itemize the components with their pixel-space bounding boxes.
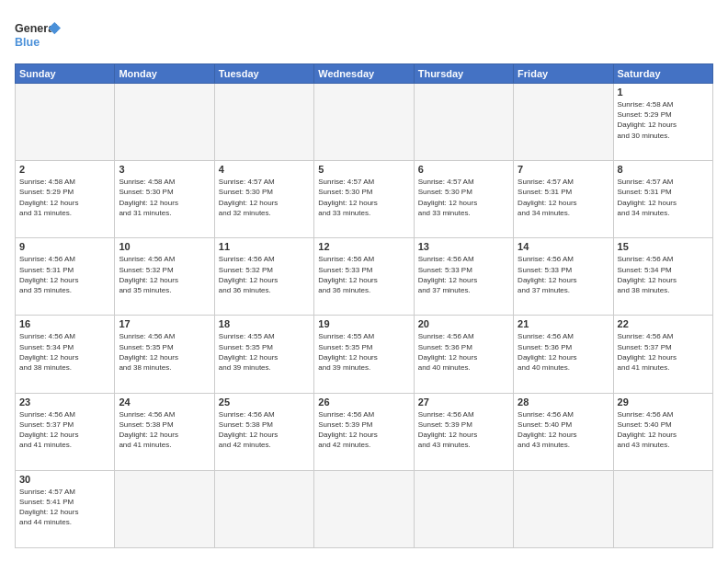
calendar-week-row: 23Sunrise: 4:56 AMSunset: 5:37 PMDayligh… <box>16 393 713 470</box>
calendar-day-cell: 3Sunrise: 4:58 AMSunset: 5:30 PMDaylight… <box>115 161 214 238</box>
day-number: 5 <box>318 164 409 175</box>
day-number: 19 <box>318 318 409 329</box>
calendar-day-cell: 29Sunrise: 4:56 AMSunset: 5:40 PMDayligh… <box>613 393 712 470</box>
logo-svg: General Blue <box>15 15 61 56</box>
day-number: 8 <box>618 164 709 175</box>
svg-text:Blue: Blue <box>15 36 40 49</box>
day-number: 9 <box>19 241 110 252</box>
calendar-day-cell: 26Sunrise: 4:56 AMSunset: 5:39 PMDayligh… <box>314 393 414 470</box>
weekday-wednesday: Wednesday <box>314 64 414 84</box>
day-info: Sunrise: 4:57 AMSunset: 5:41 PMDaylight:… <box>19 487 110 528</box>
calendar-day-cell: 15Sunrise: 4:56 AMSunset: 5:34 PMDayligh… <box>613 238 712 316</box>
day-info: Sunrise: 4:56 AMSunset: 5:34 PMDaylight:… <box>618 254 709 295</box>
day-number: 2 <box>19 164 110 175</box>
day-info: Sunrise: 4:56 AMSunset: 5:38 PMDaylight:… <box>219 409 310 451</box>
calendar-day-cell: 7Sunrise: 4:57 AMSunset: 5:31 PMDaylight… <box>514 161 613 238</box>
calendar-week-row: 1Sunrise: 4:58 AMSunset: 5:29 PMDaylight… <box>16 84 713 161</box>
weekday-tuesday: Tuesday <box>214 64 313 84</box>
day-number: 10 <box>119 241 210 252</box>
calendar-day-cell: 23Sunrise: 4:56 AMSunset: 5:37 PMDayligh… <box>16 393 115 470</box>
page: General Blue SundayMondayTuesdayWednesda… <box>0 0 728 563</box>
calendar-day-cell: 28Sunrise: 4:56 AMSunset: 5:40 PMDayligh… <box>514 393 613 470</box>
calendar-day-cell: 12Sunrise: 4:56 AMSunset: 5:33 PMDayligh… <box>314 238 414 316</box>
day-info: Sunrise: 4:56 AMSunset: 5:37 PMDaylight:… <box>618 331 709 373</box>
calendar-day-cell: 24Sunrise: 4:56 AMSunset: 5:38 PMDayligh… <box>115 393 214 470</box>
day-number: 26 <box>318 396 409 408</box>
weekday-saturday: Saturday <box>613 64 712 84</box>
day-number: 24 <box>119 396 210 408</box>
weekday-sunday: Sunday <box>16 64 115 84</box>
day-number: 7 <box>518 164 609 175</box>
calendar-day-cell <box>115 470 214 547</box>
day-info: Sunrise: 4:56 AMSunset: 5:40 PMDaylight:… <box>518 409 609 451</box>
calendar-day-cell <box>16 84 115 161</box>
calendar-day-cell: 27Sunrise: 4:56 AMSunset: 5:39 PMDayligh… <box>414 393 513 470</box>
calendar-day-cell <box>514 470 613 547</box>
day-info: Sunrise: 4:56 AMSunset: 5:39 PMDaylight:… <box>418 409 509 451</box>
day-info: Sunrise: 4:55 AMSunset: 5:35 PMDaylight:… <box>318 331 409 373</box>
day-info: Sunrise: 4:57 AMSunset: 5:30 PMDaylight:… <box>418 177 509 218</box>
day-number: 22 <box>618 318 709 329</box>
day-info: Sunrise: 4:57 AMSunset: 5:31 PMDaylight:… <box>618 177 709 218</box>
day-number: 3 <box>119 164 210 175</box>
day-number: 11 <box>219 241 310 252</box>
calendar-day-cell: 8Sunrise: 4:57 AMSunset: 5:31 PMDaylight… <box>613 161 712 238</box>
day-info: Sunrise: 4:57 AMSunset: 5:30 PMDaylight:… <box>219 177 310 218</box>
calendar-day-cell: 22Sunrise: 4:56 AMSunset: 5:37 PMDayligh… <box>613 316 712 393</box>
calendar-day-cell: 6Sunrise: 4:57 AMSunset: 5:30 PMDaylight… <box>414 161 513 238</box>
day-info: Sunrise: 4:56 AMSunset: 5:34 PMDaylight:… <box>19 331 110 373</box>
day-number: 27 <box>418 396 509 408</box>
day-number: 12 <box>318 241 409 252</box>
weekday-monday: Monday <box>115 64 214 84</box>
calendar-day-cell <box>314 84 414 161</box>
calendar-day-cell: 13Sunrise: 4:56 AMSunset: 5:33 PMDayligh… <box>414 238 513 316</box>
calendar-day-cell: 16Sunrise: 4:56 AMSunset: 5:34 PMDayligh… <box>16 316 115 393</box>
day-info: Sunrise: 4:55 AMSunset: 5:35 PMDaylight:… <box>219 331 310 373</box>
calendar-day-cell: 5Sunrise: 4:57 AMSunset: 5:30 PMDaylight… <box>314 161 414 238</box>
weekday-row: SundayMondayTuesdayWednesdayThursdayFrid… <box>16 64 713 84</box>
day-info: Sunrise: 4:56 AMSunset: 5:40 PMDaylight:… <box>618 409 709 451</box>
day-info: Sunrise: 4:57 AMSunset: 5:30 PMDaylight:… <box>318 177 409 218</box>
day-number: 21 <box>518 318 609 329</box>
day-info: Sunrise: 4:56 AMSunset: 5:31 PMDaylight:… <box>19 254 110 295</box>
day-info: Sunrise: 4:56 AMSunset: 5:33 PMDaylight:… <box>318 254 409 295</box>
calendar-table: SundayMondayTuesdayWednesdayThursdayFrid… <box>15 63 713 548</box>
logo: General Blue <box>15 15 61 56</box>
calendar-day-cell: 14Sunrise: 4:56 AMSunset: 5:33 PMDayligh… <box>514 238 613 316</box>
calendar-day-cell: 10Sunrise: 4:56 AMSunset: 5:32 PMDayligh… <box>115 238 214 316</box>
day-info: Sunrise: 4:56 AMSunset: 5:38 PMDaylight:… <box>119 409 210 451</box>
calendar-day-cell: 25Sunrise: 4:56 AMSunset: 5:38 PMDayligh… <box>214 393 313 470</box>
day-info: Sunrise: 4:58 AMSunset: 5:29 PMDaylight:… <box>618 99 709 141</box>
day-number: 29 <box>618 396 709 408</box>
calendar-day-cell <box>214 84 313 161</box>
day-number: 6 <box>418 164 509 175</box>
calendar-day-cell: 18Sunrise: 4:55 AMSunset: 5:35 PMDayligh… <box>214 316 313 393</box>
calendar-day-cell: 21Sunrise: 4:56 AMSunset: 5:36 PMDayligh… <box>514 316 613 393</box>
day-number: 1 <box>618 86 709 98</box>
calendar-day-cell <box>514 84 613 161</box>
day-number: 30 <box>19 474 110 485</box>
calendar-day-cell <box>414 470 513 547</box>
header: General Blue <box>15 15 713 56</box>
calendar-header: SundayMondayTuesdayWednesdayThursdayFrid… <box>16 64 713 84</box>
day-info: Sunrise: 4:58 AMSunset: 5:30 PMDaylight:… <box>119 177 210 218</box>
day-number: 20 <box>418 318 509 329</box>
day-info: Sunrise: 4:58 AMSunset: 5:29 PMDaylight:… <box>19 177 110 218</box>
day-number: 18 <box>219 318 310 329</box>
calendar-week-row: 2Sunrise: 4:58 AMSunset: 5:29 PMDaylight… <box>16 161 713 238</box>
day-info: Sunrise: 4:56 AMSunset: 5:37 PMDaylight:… <box>19 409 110 451</box>
day-info: Sunrise: 4:56 AMSunset: 5:32 PMDaylight:… <box>219 254 310 295</box>
calendar-day-cell: 17Sunrise: 4:56 AMSunset: 5:35 PMDayligh… <box>115 316 214 393</box>
calendar-body: 1Sunrise: 4:58 AMSunset: 5:29 PMDaylight… <box>16 84 713 548</box>
calendar-day-cell: 19Sunrise: 4:55 AMSunset: 5:35 PMDayligh… <box>314 316 414 393</box>
calendar-day-cell: 11Sunrise: 4:56 AMSunset: 5:32 PMDayligh… <box>214 238 313 316</box>
day-number: 16 <box>19 318 110 329</box>
weekday-thursday: Thursday <box>414 64 513 84</box>
day-number: 15 <box>618 241 709 252</box>
day-number: 14 <box>518 241 609 252</box>
day-number: 4 <box>219 164 310 175</box>
day-number: 23 <box>19 396 110 408</box>
calendar-day-cell: 20Sunrise: 4:56 AMSunset: 5:36 PMDayligh… <box>414 316 513 393</box>
day-number: 25 <box>219 396 310 408</box>
day-info: Sunrise: 4:57 AMSunset: 5:31 PMDaylight:… <box>518 177 609 218</box>
